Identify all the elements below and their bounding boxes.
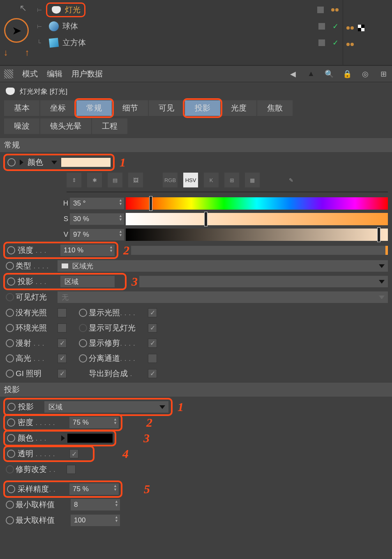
anim-radio[interactable]: [6, 370, 14, 378]
sep-pass-checkbox[interactable]: [148, 354, 157, 363]
max-samples-label: 最大取样值: [16, 515, 69, 526]
object-row-light[interactable]: ⊢ 灯光: [37, 2, 339, 18]
material-tag-icon[interactable]: [346, 43, 354, 46]
next-icon[interactable]: ▲: [307, 69, 316, 79]
eyedropper-icon[interactable]: ✎: [284, 173, 298, 187]
anim-radio[interactable]: [79, 339, 87, 347]
anim-radio[interactable]: [7, 418, 15, 427]
tab-coords[interactable]: 坐标: [40, 100, 76, 116]
vertical-slider-icon[interactable]: ⇕: [67, 173, 81, 187]
anim-radio[interactable]: [7, 485, 15, 493]
no-illum-checkbox[interactable]: [58, 308, 67, 317]
mixer-icon[interactable]: ⊞: [224, 173, 239, 187]
color-swatch[interactable]: [61, 158, 111, 167]
swatches-icon[interactable]: ▦: [245, 173, 260, 187]
val-input[interactable]: 97 %▲▼: [70, 229, 124, 240]
material-tag-icon[interactable]: [346, 26, 354, 30]
image-icon[interactable]: 🖼: [128, 173, 143, 187]
diffuse-checkbox[interactable]: [58, 339, 67, 348]
checker-tag-icon[interactable]: [358, 25, 364, 31]
search-icon[interactable]: 🔍: [325, 69, 334, 79]
shadow2-dropdown[interactable]: 区域: [44, 401, 168, 413]
anim-radio[interactable]: [7, 434, 15, 442]
sampling-input[interactable]: 75 %▲▼: [69, 483, 119, 495]
show-illum-checkbox[interactable]: [148, 308, 157, 317]
anim-radio[interactable]: [7, 277, 15, 286]
expand-icon[interactable]: [20, 159, 23, 165]
tab-project[interactable]: 工程: [92, 118, 127, 134]
shadow-dropdown-ext[interactable]: [139, 276, 388, 287]
gi-checkbox[interactable]: [58, 369, 67, 378]
min-samples-input[interactable]: 8▲▼: [71, 499, 120, 510]
prev-icon[interactable]: ◀: [288, 69, 297, 79]
visibility-toggle-icon[interactable]: [318, 23, 325, 30]
sat-input[interactable]: 30 %▲▼: [70, 213, 124, 225]
lock-icon[interactable]: 🔒: [343, 69, 352, 79]
anim-radio[interactable]: [7, 158, 16, 166]
anim-radio[interactable]: [6, 516, 14, 524]
anim-radio[interactable]: [7, 403, 16, 411]
rgb-mode-button[interactable]: RGB: [163, 173, 178, 187]
tab-detail[interactable]: 细节: [113, 100, 148, 116]
color-dropdown-icon[interactable]: [51, 161, 57, 164]
anim-radio[interactable]: [6, 501, 14, 509]
object-row-cube[interactable]: └ 立方体 ✓: [37, 35, 339, 51]
shadow-section: 投影 区域 1 密度 . . . . . 75 %▲▼ 2 颜色 . . . 3…: [0, 397, 392, 530]
check-icon[interactable]: ✓: [332, 22, 339, 31]
check-icon[interactable]: ✓: [332, 38, 339, 47]
shadow-color-swatch[interactable]: [67, 434, 113, 443]
specular-checkbox[interactable]: [58, 354, 67, 363]
tab-shadow[interactable]: 投影: [185, 100, 220, 116]
object-row-sphere[interactable]: ⊢ 球体 ✓: [37, 18, 339, 35]
visibility-toggle-icon[interactable]: [317, 7, 324, 13]
show-clip-checkbox[interactable]: [148, 339, 157, 348]
down-arrow-icon[interactable]: ↓: [0, 46, 12, 59]
export-comp-checkbox[interactable]: [148, 369, 157, 378]
anim-radio[interactable]: [79, 309, 87, 317]
max-samples-input[interactable]: 100▲▼: [71, 515, 120, 526]
sat-slider[interactable]: [126, 213, 388, 225]
hue-input[interactable]: 35 °▲▼: [70, 198, 124, 209]
anim-radio[interactable]: [6, 354, 14, 363]
val-slider[interactable]: [126, 229, 388, 241]
expand-icon[interactable]: [61, 435, 65, 441]
anim-radio[interactable]: [6, 339, 14, 347]
mode-menu[interactable]: 模式: [22, 69, 38, 79]
anim-radio[interactable]: [6, 324, 14, 332]
chevron-down-icon: [379, 264, 385, 268]
anim-radio[interactable]: [6, 262, 14, 270]
gradient-icon[interactable]: ▤: [108, 173, 122, 187]
edit-menu[interactable]: 编辑: [47, 69, 62, 79]
type-dropdown[interactable]: 区域光: [58, 260, 388, 272]
tab-visible[interactable]: 可见: [149, 100, 184, 116]
ambient-checkbox[interactable]: [58, 323, 67, 333]
tab-general[interactable]: 常规: [76, 100, 112, 116]
tab-lens[interactable]: 镜头光晕: [40, 118, 91, 134]
tab-caustics[interactable]: 焦散: [257, 100, 293, 116]
intensity-input[interactable]: 110 %▲▼: [60, 245, 115, 256]
tab-photometric[interactable]: 光度: [221, 100, 256, 116]
color-wheel-icon[interactable]: ✱: [87, 173, 102, 187]
hsv-mode-button[interactable]: HSV: [183, 173, 198, 187]
add-icon[interactable]: ⊞: [379, 69, 388, 79]
anim-radio[interactable]: [7, 450, 15, 458]
arrow-icon[interactable]: ↖: [16, 2, 30, 15]
hue-slider[interactable]: [126, 197, 388, 210]
target-icon[interactable]: ◎: [361, 69, 370, 79]
intensity-slider[interactable]: [131, 246, 388, 255]
anim-radio[interactable]: [7, 246, 15, 254]
user-data-menu[interactable]: 用户数据: [71, 69, 103, 79]
anim-radio[interactable]: [6, 309, 14, 317]
anim-radio[interactable]: [79, 354, 87, 363]
up-arrow-icon[interactable]: ↑: [21, 46, 34, 59]
tab-basic[interactable]: 基本: [4, 100, 39, 116]
density-input[interactable]: 75 %▲▼: [69, 417, 119, 428]
select-tool-button[interactable]: ➤: [4, 18, 29, 43]
tab-noise[interactable]: 噪波: [4, 118, 39, 134]
transparency-checkbox[interactable]: [69, 449, 78, 458]
shadow-dropdown[interactable]: 区域: [60, 276, 115, 287]
kelvin-mode-button[interactable]: K: [204, 173, 219, 187]
object-title-row: 灯光对象 [灯光]: [0, 82, 392, 100]
visibility-toggle-icon[interactable]: [318, 39, 325, 46]
render-toggle-icon[interactable]: [331, 8, 339, 12]
